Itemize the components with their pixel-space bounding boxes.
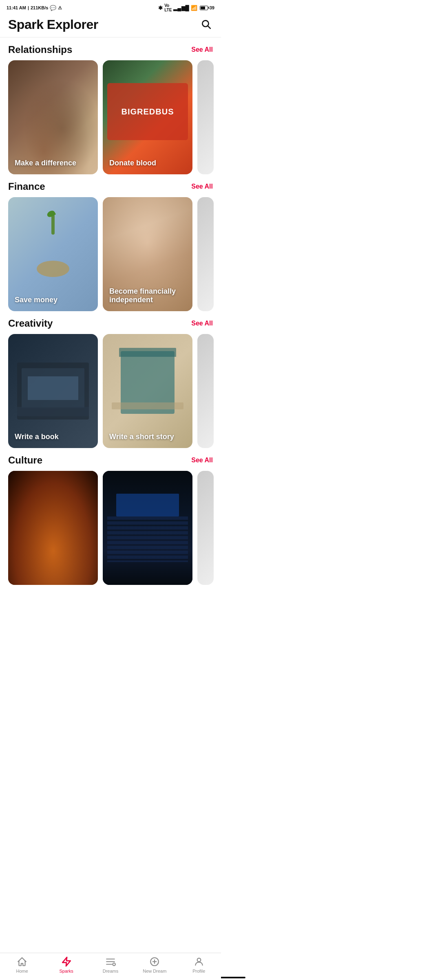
section-header-finance: Finance See All <box>0 181 221 197</box>
see-all-finance[interactable]: See All <box>191 183 213 190</box>
card-bg-partial-c <box>197 334 214 448</box>
card-donate-blood[interactable]: BIGREDBUS Donate blood <box>103 60 192 174</box>
card-label-financially: Become financially independent <box>109 287 186 305</box>
card-partial-creativity <box>197 334 214 448</box>
card-label-write-book: Write a book <box>15 433 91 442</box>
bus-overlay: BIGREDBUS <box>107 83 188 140</box>
card-bg-partial-cu <box>197 471 214 585</box>
section-culture: Culture See All <box>0 455 221 585</box>
cinema-seats <box>107 516 188 562</box>
bluetooth-icon: ✱ <box>158 5 163 11</box>
wifi-icon: 📶 <box>191 5 197 11</box>
card-culture2[interactable] <box>103 471 192 585</box>
card-financially-independent[interactable]: Become financially independent <box>103 197 192 311</box>
section-title-culture: Culture <box>8 455 42 466</box>
cards-relationships: Make a difference BIGREDBUS Donate blood <box>0 60 221 174</box>
search-icon <box>201 19 211 29</box>
cinema-screen <box>116 494 179 516</box>
typewriter-top <box>119 348 177 357</box>
section-finance: Finance See All Save money Become financ… <box>0 181 221 311</box>
laptop-content <box>28 376 78 400</box>
card-bg-partial-r <box>197 60 214 174</box>
app-header: Spark Explorer <box>0 14 221 37</box>
section-title-relationships: Relationships <box>8 44 72 55</box>
section-creativity: Creativity See All Write a book Write a … <box>0 318 221 448</box>
status-left: 11:41 AM | 211KB/s 💬 ⚠ <box>7 5 62 11</box>
section-title-finance: Finance <box>8 181 45 192</box>
plant-stem <box>51 214 55 235</box>
cards-finance: Save money Become financially independen… <box>0 197 221 311</box>
cards-culture <box>0 471 221 585</box>
see-all-culture[interactable]: See All <box>191 457 213 464</box>
status-bar: 11:41 AM | 211KB/s 💬 ⚠ ✱ VoLTE ▂▄▆█ 📶 39 <box>0 0 221 14</box>
card-label-save-money: Save money <box>15 296 91 305</box>
card-make-difference[interactable]: Make a difference <box>8 60 98 174</box>
app-title: Spark Explorer <box>8 17 98 32</box>
card-partial-relationships <box>197 60 214 174</box>
lte-icon: VoLTE <box>164 3 172 12</box>
warning-icon: ⚠ <box>58 5 62 11</box>
laptop-keyboard <box>17 407 89 416</box>
time: 11:41 AM <box>7 5 26 10</box>
status-right: ✱ VoLTE ▂▄▆█ 📶 39 <box>158 3 214 12</box>
paper-sheet <box>112 402 183 409</box>
battery-icon <box>200 6 208 10</box>
card-label-make-difference: Make a difference <box>15 159 91 168</box>
coin-pile <box>37 261 69 277</box>
card-partial-culture <box>197 471 214 585</box>
laptop-screen <box>22 368 84 408</box>
separator: | <box>28 5 29 10</box>
card-save-money[interactable]: Save money <box>8 197 98 311</box>
section-relationships: Relationships See All Make a difference … <box>0 44 221 174</box>
card-culture1[interactable] <box>8 471 98 585</box>
card-write-book[interactable]: Write a book <box>8 334 98 448</box>
main-content: Relationships See All Make a difference … <box>0 37 221 617</box>
bus-text: BIGREDBUS <box>121 107 174 116</box>
svg-line-1 <box>208 26 210 29</box>
section-header-relationships: Relationships See All <box>0 44 221 60</box>
cards-creativity: Write a book Write a short story <box>0 334 221 448</box>
search-button[interactable] <box>199 17 213 32</box>
card-short-story[interactable]: Write a short story <box>103 334 192 448</box>
section-header-creativity: Creativity See All <box>0 318 221 334</box>
card-bg-partial-f <box>197 197 214 311</box>
see-all-creativity[interactable]: See All <box>191 320 213 327</box>
card-label-short-story: Write a short story <box>109 433 186 442</box>
hands-overlay <box>8 60 98 174</box>
card-label-donate-blood: Donate blood <box>109 159 186 168</box>
signal-icon: ▂▄▆█ <box>173 5 189 11</box>
section-title-creativity: Creativity <box>8 318 53 329</box>
fire-overlay <box>8 471 98 585</box>
speed: 211KB/s <box>31 5 48 10</box>
section-header-culture: Culture See All <box>0 455 221 471</box>
see-all-relationships[interactable]: See All <box>191 46 213 53</box>
card-partial-finance <box>197 197 214 311</box>
battery-level: 39 <box>210 5 214 10</box>
whatsapp-icon: 💬 <box>50 5 56 11</box>
